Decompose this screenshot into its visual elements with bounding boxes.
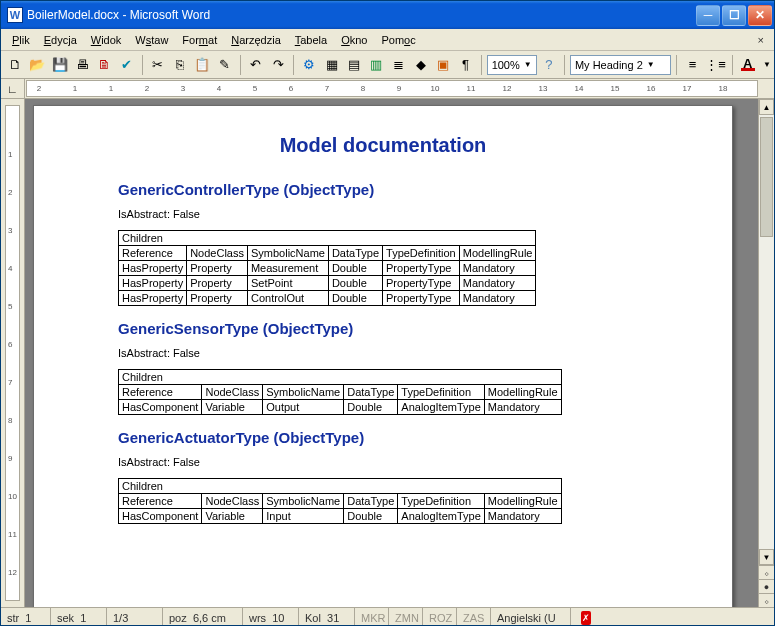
- table-row: HasPropertyPropertySetPointDoublePropert…: [119, 276, 536, 291]
- scroll-thumb[interactable]: [760, 117, 773, 237]
- new-doc-button[interactable]: 🗋: [5, 54, 25, 76]
- table-row: HasPropertyPropertyMeasurementDoubleProp…: [119, 261, 536, 276]
- columns-button[interactable]: ≣: [389, 54, 409, 76]
- undo-button[interactable]: ↶: [246, 54, 266, 76]
- vruler-tick: 10: [8, 492, 17, 501]
- menu-format[interactable]: Format: [175, 32, 224, 48]
- status-pages: 1/3: [107, 608, 163, 626]
- prev-page-nav[interactable]: ⬦: [759, 565, 774, 579]
- table-cell: HasComponent: [119, 509, 202, 524]
- print-button[interactable]: 🖶: [72, 54, 92, 76]
- paste-button[interactable]: 📋: [192, 54, 212, 76]
- menu-edycja[interactable]: Edycja: [37, 32, 84, 48]
- insert-table-button[interactable]: ▤: [344, 54, 364, 76]
- numbering-button[interactable]: ⋮≡: [705, 54, 727, 76]
- zoom-combo[interactable]: 100%▼: [487, 55, 537, 75]
- title-bar: W BoilerModel.docx - Microsoft Word ─ ☐ …: [1, 1, 774, 29]
- scroll-track[interactable]: [759, 115, 774, 549]
- horizontal-ruler-row: ∟ 21123456789101112131415161718: [1, 79, 774, 99]
- ruler-tick: 8: [361, 84, 365, 93]
- abstract-line: IsAbstract: False: [118, 456, 648, 468]
- status-spellcheck-icon[interactable]: ✗: [571, 608, 601, 626]
- print-preview-button[interactable]: 🗎: [94, 54, 114, 76]
- table-cell: Property: [187, 291, 248, 306]
- table-header-cell: ModellingRule: [459, 246, 536, 261]
- tables-borders-button[interactable]: ▦: [322, 54, 342, 76]
- menu-widok[interactable]: Widok: [84, 32, 129, 48]
- vruler-tick: 1: [8, 150, 12, 159]
- format-painter-button[interactable]: ✎: [215, 54, 235, 76]
- table-cell: SetPoint: [247, 276, 328, 291]
- open-button[interactable]: 📂: [27, 54, 47, 76]
- status-mode-roz[interactable]: ROZ: [423, 608, 457, 626]
- table-cell: Variable: [202, 400, 263, 415]
- horizontal-ruler[interactable]: 21123456789101112131415161718: [26, 80, 758, 97]
- table-cell: Property: [187, 276, 248, 291]
- ruler-tick: 11: [467, 84, 476, 93]
- spellcheck-button[interactable]: ✔: [116, 54, 136, 76]
- window-title: BoilerModel.docx - Microsoft Word: [27, 8, 696, 22]
- tab-selector[interactable]: ∟: [1, 79, 25, 98]
- close-button[interactable]: ✕: [748, 5, 772, 26]
- table-header-cell: DataType: [344, 494, 398, 509]
- vruler-tick: 4: [8, 264, 12, 273]
- menu-okno[interactable]: Okno: [334, 32, 374, 48]
- ruler-tick: 2: [145, 84, 149, 93]
- status-line: wrs 10: [243, 608, 299, 626]
- copy-button[interactable]: ⎘: [170, 54, 190, 76]
- maximize-button[interactable]: ☐: [722, 5, 746, 26]
- vertical-scrollbar[interactable]: ▲ ▼ ⬦ ● ⬦: [758, 99, 774, 607]
- browse-object-nav[interactable]: ●: [759, 579, 774, 593]
- vertical-ruler[interactable]: 123456789101112: [1, 99, 25, 607]
- table-cell: AnalogItemType: [398, 400, 485, 415]
- help-button[interactable]: ?: [539, 54, 559, 76]
- ruler-tick: 18: [719, 84, 728, 93]
- children-table: ChildrenReferenceNodeClassSymbolicNameDa…: [118, 478, 562, 524]
- scroll-up-button[interactable]: ▲: [759, 99, 774, 115]
- menu-tabela[interactable]: Tabela: [288, 32, 334, 48]
- next-page-nav[interactable]: ⬦: [759, 593, 774, 607]
- table-header-cell: NodeClass: [202, 385, 263, 400]
- minimize-button[interactable]: ─: [696, 5, 720, 26]
- save-button[interactable]: 💾: [50, 54, 70, 76]
- redo-button[interactable]: ↷: [268, 54, 288, 76]
- menu-narzedzia[interactable]: Narzędzia: [224, 32, 288, 48]
- cut-button[interactable]: ✂: [148, 54, 168, 76]
- hyperlink-button[interactable]: ⚙: [299, 54, 319, 76]
- status-mode-zmn[interactable]: ZMN: [389, 608, 423, 626]
- show-marks-button[interactable]: ¶: [455, 54, 475, 76]
- scroll-down-button[interactable]: ▼: [759, 549, 774, 565]
- children-table: ChildrenReferenceNodeClassSymbolicNameDa…: [118, 230, 536, 306]
- status-language[interactable]: Angielski (U: [491, 608, 571, 626]
- drawing-button[interactable]: ◆: [411, 54, 431, 76]
- table-header-cell: ModellingRule: [484, 385, 561, 400]
- table-cell: PropertyType: [383, 261, 460, 276]
- vruler-tick: 6: [8, 340, 12, 349]
- doc-map-button[interactable]: ▣: [433, 54, 453, 76]
- menu-pomoc[interactable]: Pomoc: [374, 32, 422, 48]
- table-cell: PropertyType: [383, 291, 460, 306]
- vruler-tick: 2: [8, 188, 12, 197]
- menu-close-doc-button[interactable]: ×: [752, 34, 770, 46]
- table-header-cell: SymbolicName: [247, 246, 328, 261]
- page-viewport[interactable]: Model documentationGenericControllerType…: [25, 99, 758, 607]
- excel-button[interactable]: ▥: [366, 54, 386, 76]
- style-combo[interactable]: My Heading 2▼: [570, 55, 672, 75]
- doc-title: Model documentation: [118, 134, 648, 157]
- table-cell: HasProperty: [119, 261, 187, 276]
- section-heading: GenericActuatorType (ObjectType): [118, 429, 648, 446]
- font-color-button[interactable]: A: [738, 54, 758, 76]
- menu-wstaw[interactable]: Wstaw: [128, 32, 175, 48]
- status-page: str 1: [1, 608, 51, 626]
- document-page[interactable]: Model documentationGenericControllerType…: [33, 105, 733, 607]
- status-position: poz 6,6 cm: [163, 608, 243, 626]
- table-cell: Output: [263, 400, 344, 415]
- menu-plik[interactable]: Plik: [5, 32, 37, 48]
- status-mode-zas[interactable]: ZAS: [457, 608, 491, 626]
- status-mode-mkr[interactable]: MKR: [355, 608, 389, 626]
- table-header-cell: NodeClass: [202, 494, 263, 509]
- table-header-cell: NodeClass: [187, 246, 248, 261]
- bullets-button[interactable]: ≡: [682, 54, 702, 76]
- font-color-dd[interactable]: ▼: [760, 54, 770, 76]
- table-cell: ControlOut: [247, 291, 328, 306]
